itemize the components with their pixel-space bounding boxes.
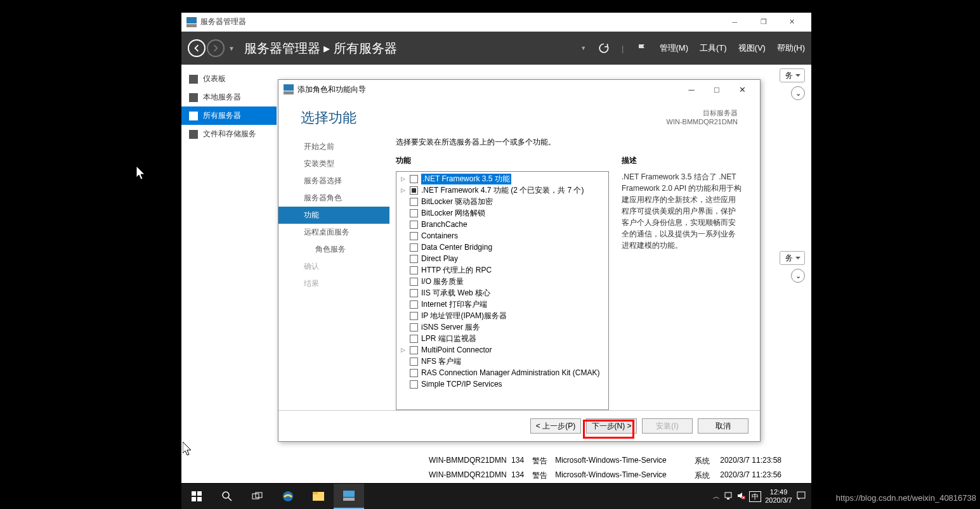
menu-manage[interactable]: 管理(M) — [660, 42, 689, 54]
checkbox[interactable] — [410, 346, 418, 354]
expander-icon[interactable]: ▷ — [399, 187, 407, 193]
close-button[interactable]: ✕ — [778, 13, 806, 32]
notifications-button[interactable] — [796, 491, 806, 502]
task-view-button[interactable] — [242, 484, 273, 509]
checkbox[interactable] — [410, 358, 418, 366]
feature-item[interactable]: iSNS Server 服务 — [396, 321, 608, 333]
checkbox[interactable] — [410, 232, 418, 240]
next-button[interactable]: 下一步(N) > — [586, 418, 637, 434]
clock[interactable]: 12:49 2020/3/7 — [765, 488, 792, 505]
forward-button[interactable] — [207, 39, 225, 57]
tray-chevron-icon[interactable]: ︿ — [713, 492, 720, 501]
feature-item[interactable]: IIS 可承载 Web 核心 — [396, 287, 608, 299]
svg-rect-14 — [313, 492, 318, 494]
checkbox[interactable] — [410, 323, 418, 332]
feature-item[interactable]: ▷.NET Framework 3.5 功能 — [396, 173, 608, 184]
tasks-dropdown-2[interactable]: 务 — [780, 251, 805, 265]
sidebar-item-local-server[interactable]: 本地服务器 — [181, 88, 277, 106]
checkbox[interactable] — [410, 186, 418, 195]
expand-button-1[interactable]: ⌄ — [791, 86, 805, 100]
feature-item[interactable]: HTTP 代理上的 RPC — [396, 264, 608, 276]
minimize-button[interactable]: ─ — [721, 13, 749, 32]
feature-item[interactable]: NFS 客户端 — [396, 356, 608, 367]
menu-tools[interactable]: 工具(T) — [700, 42, 727, 54]
server-manager-taskbar-button[interactable] — [334, 484, 364, 509]
nav-role-services[interactable]: 角色服务 — [297, 241, 389, 258]
menu-help[interactable]: 帮助(H) — [777, 42, 805, 54]
event-row[interactable]: WIN-BMMDQR21DMN 134 警告 Microsoft-Windows… — [429, 454, 792, 468]
checkbox[interactable] — [410, 243, 418, 252]
cancel-button[interactable]: 取消 — [698, 418, 748, 434]
nav-server-roles[interactable]: 服务器角色 — [297, 190, 389, 207]
feature-item[interactable]: BranchCache — [396, 219, 608, 230]
checkbox[interactable] — [410, 198, 418, 206]
wizard-minimize-button[interactable]: ─ — [679, 85, 704, 94]
checkbox[interactable] — [410, 255, 418, 263]
svg-rect-4 — [192, 491, 196, 496]
checkbox[interactable] — [410, 266, 418, 274]
nav-features[interactable]: 功能 — [278, 207, 389, 224]
expander-icon[interactable]: ▷ — [399, 347, 407, 353]
nav-before[interactable]: 开始之前 — [297, 138, 389, 155]
checkbox[interactable] — [410, 209, 418, 217]
features-tree[interactable]: ▷.NET Framework 3.5 功能▷.NET Framework 4.… — [396, 171, 609, 410]
feature-item[interactable]: LPR 端口监视器 — [396, 333, 608, 344]
feature-item[interactable]: BitLocker 网络解锁 — [396, 207, 608, 219]
search-button[interactable] — [212, 484, 242, 509]
feature-item[interactable]: ▷.NET Framework 4.7 功能 (2 个已安装，共 7 个) — [396, 184, 608, 196]
maximize-button[interactable]: ❐ — [749, 13, 778, 32]
nav-remote-desktop[interactable]: 远程桌面服务 — [297, 224, 389, 241]
wizard-close-button[interactable]: ✕ — [729, 85, 755, 94]
ime-indicator[interactable]: 中 — [749, 491, 761, 502]
back-button[interactable] — [188, 39, 206, 57]
sidebar-item-dashboard[interactable]: 仪表板 — [181, 70, 277, 88]
network-icon[interactable] — [724, 491, 733, 501]
tasks-dropdown[interactable]: 务 — [780, 68, 805, 82]
parent-window-title: 服务器管理器 — [200, 16, 721, 27]
feature-item[interactable]: Internet 打印客户端 — [396, 299, 608, 310]
menu-view[interactable]: 视图(V) — [738, 42, 766, 54]
feature-item[interactable]: ▷MultiPoint Connector — [396, 344, 608, 356]
feature-label: I/O 服务质量 — [421, 276, 464, 287]
prev-button[interactable]: < 上一步(P) — [530, 418, 581, 434]
sidebar-item-all-servers[interactable]: 所有服务器 — [181, 106, 277, 125]
start-button[interactable] — [181, 484, 212, 509]
checkbox[interactable] — [410, 380, 418, 389]
explorer-button[interactable] — [303, 484, 334, 509]
feature-item[interactable]: I/O 服务质量 — [396, 276, 608, 287]
checkbox[interactable] — [410, 221, 418, 229]
nav-install-type[interactable]: 安装类型 — [297, 155, 389, 172]
feature-item[interactable]: Containers — [396, 230, 608, 242]
dropdown-caret-icon[interactable]: ▼ — [228, 45, 235, 52]
checkbox[interactable] — [410, 278, 418, 286]
checkbox[interactable] — [410, 312, 418, 320]
checkbox[interactable] — [410, 289, 418, 297]
feature-label: HTTP 代理上的 RPC — [421, 265, 492, 276]
volume-icon[interactable] — [736, 491, 745, 501]
checkbox[interactable] — [410, 369, 418, 377]
expander-icon[interactable]: ▷ — [399, 176, 407, 182]
feature-item[interactable]: Simple TCP/IP Services — [396, 378, 608, 390]
feature-item[interactable]: Data Center Bridging — [396, 242, 608, 253]
expand-button-2[interactable]: ⌄ — [791, 269, 805, 283]
sidebar-item-file-storage[interactable]: 文件和存储服务 — [181, 125, 277, 143]
svg-rect-18 — [727, 498, 729, 499]
feature-item[interactable]: Direct Play — [396, 253, 608, 264]
ie-button[interactable] — [273, 484, 303, 509]
checkbox[interactable] — [410, 300, 418, 309]
checkbox[interactable] — [410, 175, 418, 183]
nav-server-selection[interactable]: 服务器选择 — [297, 172, 389, 190]
feature-item[interactable]: IP 地址管理(IPAM)服务器 — [396, 310, 608, 321]
wizard-maximize-button[interactable]: □ — [704, 85, 729, 94]
checkbox[interactable] — [410, 335, 418, 343]
flag-icon[interactable] — [636, 42, 648, 55]
svg-rect-0 — [186, 17, 197, 23]
feature-item[interactable]: BitLocker 驱动器加密 — [396, 196, 608, 207]
servers-icon — [189, 112, 198, 120]
feature-item[interactable]: RAS Connection Manager Administration Ki… — [396, 367, 608, 378]
wizard-intro: 选择要安装在所选服务器上的一个或多个功能。 — [396, 137, 742, 148]
dropdown-icon[interactable]: ▼ — [580, 45, 586, 51]
event-row[interactable]: WIN-BMMDQR21DMN 134 警告 Microsoft-Windows… — [429, 468, 792, 483]
wizard-heading: 选择功能 — [301, 108, 667, 127]
refresh-icon[interactable] — [598, 42, 610, 55]
